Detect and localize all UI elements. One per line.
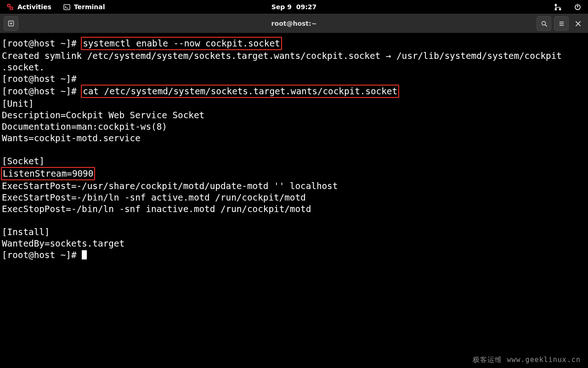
clock-label[interactable]: Sep 9 09:27 [271,3,317,11]
svg-point-2 [8,5,9,6]
window-title: root@host:~ [271,20,317,27]
close-window-button[interactable] [571,16,584,31]
new-tab-icon [7,20,15,27]
highlight-box: ListenStream=9090 [1,167,95,180]
terminal-viewport[interactable]: [root@host ~]# systemctl enable --now co… [0,33,588,368]
active-app-indicator[interactable]: Terminal [63,3,105,11]
active-app-label: Terminal [74,3,105,11]
distro-logo-icon [6,3,14,11]
search-icon [541,20,548,27]
highlight-box: cat /etc/systemd/system/sockets.target.w… [81,85,399,98]
new-tab-button[interactable] [4,16,18,31]
gnome-topbar: Activities Terminal Sep 9 09:27 [0,0,588,14]
search-button[interactable] [537,16,551,31]
svg-line-17 [545,24,546,26]
svg-point-3 [11,7,12,9]
hamburger-menu-button[interactable] [554,16,569,31]
activities-button[interactable]: Activities [6,3,51,11]
power-icon[interactable] [574,3,582,11]
svg-rect-6 [555,4,557,6]
text-cursor [82,250,87,259]
watermark-text: 极客运维 www.geeklinux.cn [473,356,581,364]
svg-rect-4 [64,4,70,9]
hamburger-icon [558,20,565,27]
terminal-app-icon [63,4,70,11]
highlight-box: systemctl enable --now cockpit.socket [81,37,282,50]
close-icon [575,21,581,27]
svg-rect-7 [559,8,561,10]
network-icon[interactable] [554,3,562,11]
terminal-headerbar: root@host:~ [0,14,588,33]
activities-label: Activities [17,3,51,11]
svg-rect-8 [555,8,557,10]
terminal-output: [root@host ~]# systemctl enable --now co… [2,37,588,261]
